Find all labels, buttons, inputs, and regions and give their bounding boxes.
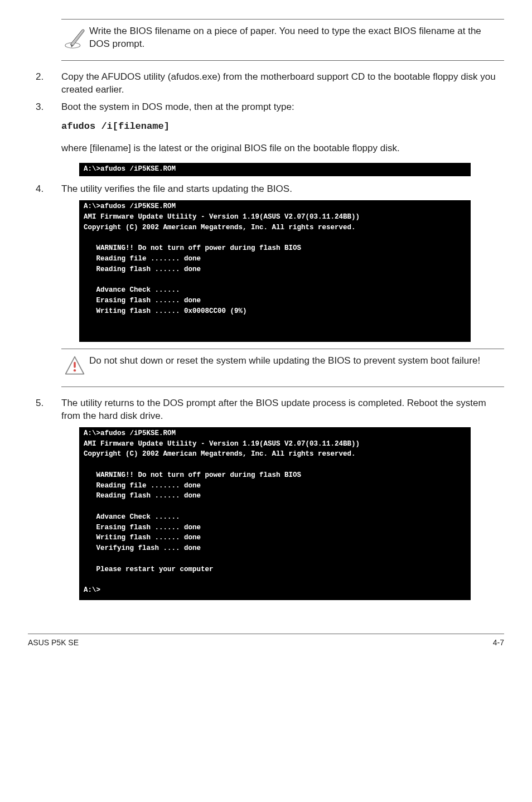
console-output-2: A:\>afudos /iP5KSE.ROM AMI Firmware Upda…	[79, 200, 471, 342]
console-output-3: A:\>afudos /iP5KSE.ROM AMI Firmware Upda…	[79, 427, 471, 600]
warning-icon	[61, 355, 89, 381]
footer-left: ASUS P5K SE	[28, 637, 79, 648]
step-text: Boot the system in DOS mode, then at the…	[61, 101, 504, 114]
note-text: Write the BIOS filename on a piece of pa…	[89, 25, 504, 51]
step-number: 2.	[28, 71, 61, 84]
console-output-1: A:\>afudos /iP5KSE.ROM	[79, 163, 471, 177]
step-4: 4. The utility verifies the file and sta…	[28, 183, 504, 196]
page-footer: ASUS P5K SE 4-7	[28, 634, 504, 648]
svg-rect-4	[74, 362, 76, 368]
svg-point-5	[74, 369, 76, 371]
warning-note: Do not shut down or reset the system whi…	[61, 349, 504, 387]
command-text: afudos /i[filename]	[61, 120, 504, 133]
note-write-filename: Write the BIOS filename on a piece of pa…	[61, 19, 504, 61]
step-3-explain: where [filename] is the latest or the or…	[61, 142, 504, 155]
step-number: 3.	[28, 101, 61, 114]
step-number: 4.	[28, 183, 61, 196]
step-body: The utility returns to the DOS prompt af…	[61, 397, 504, 423]
step-number: 5.	[28, 397, 61, 410]
step-3: 3. Boot the system in DOS mode, then at …	[28, 101, 504, 133]
step-5: 5. The utility returns to the DOS prompt…	[28, 397, 504, 423]
step-body: The utility verifies the file and starts…	[61, 183, 504, 196]
svg-line-2	[72, 31, 83, 44]
pencil-icon	[61, 25, 89, 55]
step-body: Copy the AFUDOS utility (afudos.exe) fro…	[61, 71, 504, 96]
footer-right: 4-7	[493, 637, 504, 648]
warning-text: Do not shut down or reset the system whi…	[89, 355, 504, 368]
step-2: 2. Copy the AFUDOS utility (afudos.exe) …	[28, 71, 504, 96]
